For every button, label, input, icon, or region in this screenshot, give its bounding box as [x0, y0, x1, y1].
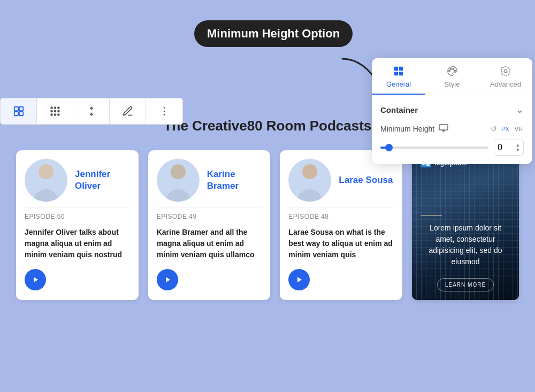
svg-rect-36 [399, 72, 403, 75]
featured-description: Lorem ipsum dolor sit amet, consectetur … [421, 222, 510, 267]
settings-panel: General Style Advanced Container [372, 58, 532, 164]
slider-track[interactable] [380, 147, 488, 149]
field-controls: ↺ PX VH [491, 125, 524, 133]
number-value: 0 [498, 143, 502, 152]
slider-row: 0 ▲ ▼ [380, 140, 524, 156]
podcast-card-1: Jennifer Oliver EPISODE 50 Jennifer Oliv… [16, 150, 139, 300]
field-row-min-height: Minimum Height ↺ PX VH [380, 124, 524, 133]
podcast-card-3: Larae Sousa EPISODE 48 Larae Sousa on wh… [280, 150, 402, 300]
tab-advanced[interactable]: Advanced [479, 58, 532, 95]
svg-point-11 [54, 114, 56, 116]
field-label: Minimum Height [380, 124, 448, 133]
slider-thumb[interactable] [385, 144, 393, 151]
svg-point-41 [504, 70, 507, 73]
tab-advanced-label: Advanced [490, 80, 521, 88]
more-button[interactable] [146, 98, 182, 124]
svg-point-18 [39, 164, 54, 179]
tooltip-label: Minimum Height Option [207, 27, 340, 40]
svg-point-39 [453, 68, 454, 70]
svg-marker-30 [297, 277, 302, 282]
card-episode-2: EPISODE 49 [148, 207, 271, 224]
card-name-2: Karine Bramer [207, 168, 262, 192]
number-input[interactable]: 0 ▲ ▼ [494, 140, 524, 156]
card-desc-1: Jennifer Oliver talks about magna aliqua… [16, 224, 139, 269]
panel-tabs: General Style Advanced [372, 58, 532, 95]
podcast-card-2: Karine Bramer EPISODE 49 Karine Bramer a… [148, 150, 271, 300]
card-desc-2: Karine Bramer and all the magna aliqua u… [148, 224, 271, 269]
unit-vh-button[interactable]: VH [514, 125, 524, 133]
svg-point-8 [54, 111, 56, 112]
grid-button[interactable] [37, 98, 73, 124]
svg-rect-35 [394, 72, 398, 75]
panel-body: Container ⌄ Minimum Height ↺ PX VH [372, 95, 532, 164]
stepper-down-button[interactable]: ▼ [516, 148, 520, 152]
svg-point-29 [298, 189, 322, 202]
svg-marker-25 [166, 277, 170, 282]
tooltip-bubble: Minimum Height Option [194, 20, 353, 47]
svg-rect-34 [399, 67, 403, 71]
svg-rect-3 [19, 112, 22, 116]
svg-point-15 [164, 114, 165, 116]
edit-button[interactable] [110, 98, 146, 124]
section-title: Container [380, 105, 418, 114]
featured-divider [421, 215, 442, 216]
featured-card: logoipsum Lorem ipsum dolor sit amet, co… [412, 150, 519, 300]
svg-point-19 [34, 189, 58, 202]
svg-point-6 [58, 107, 59, 109]
tab-style-label: Style [445, 80, 460, 88]
svg-point-38 [450, 68, 452, 70]
card-episode-1: EPISODE 50 [16, 207, 139, 224]
card-name-3: Larae Sousa [339, 174, 393, 186]
svg-point-12 [58, 114, 59, 116]
svg-marker-20 [34, 277, 38, 282]
svg-point-37 [449, 70, 450, 72]
learn-more-button[interactable]: LEARN MORE [437, 278, 494, 291]
avatar-3 [288, 159, 331, 202]
card-desc-3: Larae Sousa on what is the best way to a… [280, 224, 402, 269]
svg-point-10 [51, 114, 52, 116]
tab-general-label: General [386, 80, 411, 88]
card-play-2[interactable] [157, 269, 178, 290]
svg-point-13 [164, 107, 165, 109]
svg-rect-33 [394, 67, 398, 71]
layout-button[interactable] [1, 98, 37, 124]
svg-point-40 [454, 70, 456, 72]
svg-point-28 [302, 164, 317, 179]
section-header: Container ⌄ [380, 104, 524, 116]
svg-rect-2 [19, 107, 22, 111]
tab-style[interactable]: Style [425, 58, 479, 95]
card-play-3[interactable] [288, 269, 310, 290]
unit-px-button[interactable]: PX [500, 125, 510, 133]
cards-grid: Jennifer Oliver EPISODE 50 Jennifer Oliv… [16, 150, 519, 300]
svg-point-23 [171, 164, 186, 179]
reorder-button[interactable] [73, 98, 110, 124]
svg-rect-43 [439, 125, 448, 130]
avatar-2 [157, 159, 200, 202]
section-chevron-icon[interactable]: ⌄ [516, 104, 524, 116]
svg-rect-0 [14, 107, 18, 111]
stepper-buttons: ▲ ▼ [516, 143, 520, 152]
card-play-1[interactable] [25, 269, 46, 290]
svg-point-5 [54, 107, 56, 109]
svg-point-7 [51, 111, 52, 112]
svg-rect-1 [14, 112, 18, 116]
svg-point-14 [164, 111, 165, 112]
refresh-icon[interactable]: ↺ [491, 125, 497, 133]
field-label-text: Minimum Height [380, 125, 434, 133]
toolbar [0, 98, 183, 125]
tab-general[interactable]: General [372, 58, 425, 95]
svg-point-9 [58, 111, 59, 112]
avatar-1 [25, 159, 67, 202]
svg-point-24 [166, 189, 190, 202]
svg-point-4 [51, 107, 52, 109]
stepper-up-button[interactable]: ▲ [516, 143, 520, 148]
card-episode-3: EPISODE 48 [280, 207, 402, 224]
monitor-icon [439, 124, 448, 133]
card-name-1: Jennifer Oliver [75, 168, 130, 192]
